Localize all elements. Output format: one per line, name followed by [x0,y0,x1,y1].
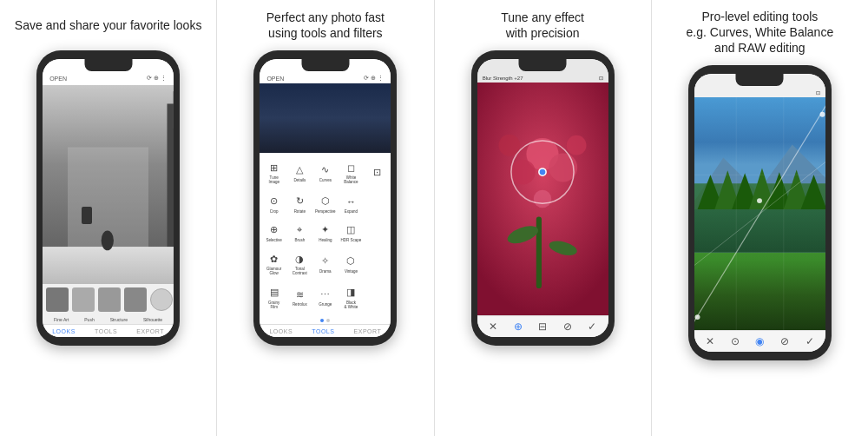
close-icon-4[interactable]: ✕ [706,335,714,347]
thumb-1[interactable] [46,287,69,312]
phone-screen-2: OPEN ⟳ ⊕ ⋮ ⊞ TuneImage △ Details ∿ Curve… [260,59,391,337]
target-icon[interactable]: ⊕ [514,320,523,333]
tool-vintage-label: Vintage [345,269,358,274]
layers-icon[interactable]: ⊘ [563,320,572,333]
tool-grunge[interactable]: ⋯ Grunge [313,281,339,314]
filter-fine-art: Fine Art [54,317,69,322]
sliders-icon[interactable]: ⊟ [538,320,547,333]
tool-extra5 [365,281,390,314]
compare-icon[interactable]: ⊡ [599,75,603,81]
tool-drama[interactable]: ✧ Drama [313,248,339,280]
screen1-tabs: LOOKS TOOLS EXPORT [43,324,174,337]
panel1-title: Save and share your favorite looks [15,9,202,42]
thumb-4[interactable] [124,287,147,312]
phone-frame-4: ⊡ [688,65,832,360]
glamour-icon: ✿ [267,252,281,266]
panel4-title: Pro-level editing toolse.g. Curves, Whit… [687,9,834,56]
svg-point-37 [694,314,700,320]
tab-looks-1[interactable]: LOOKS [52,328,76,334]
tab-export-1[interactable]: EXPORT [136,328,164,334]
tool-selective[interactable]: ⊕ Selective [261,219,286,247]
dark-image-2 [260,83,391,153]
grunge-icon: ⋯ [319,287,332,301]
bw-city-bg [43,85,174,284]
brush-icon: ⌖ [293,223,306,237]
phone-notch-3 [519,59,567,71]
flowers-svg [477,83,608,315]
details-icon: △ [293,163,306,177]
tool-curves-label: Curves [319,178,332,182]
target-icon-4[interactable]: ⊙ [731,335,740,347]
phone-frame-2: OPEN ⟳ ⊕ ⋮ ⊞ TuneImage △ Details ∿ Curve… [253,50,397,346]
open-label-2: OPEN [266,76,284,82]
screen2-tabs: LOOKS TOOLS EXPORT [260,324,391,337]
city-svg [43,85,174,284]
panel-save-share: Save and share your favorite looks OPEN … [0,0,217,436]
tool-glamour[interactable]: ✿ GlamourGlow [261,248,286,280]
thumb-2[interactable] [72,287,95,312]
tool-tune-image[interactable]: ⊞ TuneImage [261,156,286,188]
layers-icon-4[interactable]: ⊘ [780,335,789,347]
wb-icon: ◻ [344,161,358,175]
tool-grainy[interactable]: ▤ GrainyFilm [261,281,286,314]
tool-extra4 [365,248,390,280]
retrolux-icon: ≋ [293,287,306,301]
svg-point-10 [510,160,536,185]
tool-healing[interactable]: ✦ Healing [313,219,339,247]
svg-rect-3 [168,103,174,265]
thumb-3[interactable] [98,287,121,312]
check-icon-4[interactable]: ✓ [806,335,814,347]
close-icon-3[interactable]: ✕ [489,320,497,333]
selective-icon: ⊕ [267,223,281,237]
tool-tune-label: TuneImage [268,175,279,184]
phone-frame-1: OPEN ⟳ ⊕ ⋮ [36,50,180,346]
tool-details[interactable]: △ Details [287,156,312,188]
tool-perspective[interactable]: ⬡ Perspective [313,189,339,217]
tool-tonal-label: TonalContrast [293,267,307,275]
tool-retrolux[interactable]: ≋ Retrolux [287,281,312,314]
tool-drama-label: Drama [319,269,332,274]
tool-glamour-label: GlamourGlow [266,267,281,275]
tool-bw[interactable]: ◨ Black& White [339,281,364,314]
eye-icon-4[interactable]: ◉ [755,335,764,347]
tab-tools-2[interactable]: TOOLS [312,328,334,334]
tools-grid: ⊞ TuneImage △ Details ∿ Curves ◻ WhiteBa… [260,153,391,317]
perspective-icon: ⬡ [319,195,332,208]
hdr-icon: ◫ [344,223,358,237]
phone-screen-3: Blur Strength +27 ⊡ [477,59,608,337]
tool-hdr-label: HDR Scape [341,238,362,242]
check-icon[interactable]: ✓ [588,320,596,333]
panel2-title: Perfect any photo fastusing tools and fi… [266,9,385,42]
tool-crop[interactable]: ⊙ Crop [261,189,286,217]
curves-icon: ∿ [319,163,332,177]
svg-point-19 [538,168,545,175]
flowers-overlay [477,83,608,315]
compare-icon-4[interactable]: ⊡ [816,89,820,96]
tool-white-balance[interactable]: ◻ WhiteBalance [339,156,364,188]
tool-tonal[interactable]: ◑ TonalContrast [287,248,312,280]
phone-notch-1 [84,59,132,71]
bw-icon: ◨ [344,286,358,300]
tool-curves[interactable]: ∿ Curves [313,156,339,188]
tab-tools-1[interactable]: TOOLS [95,328,117,334]
phone-screen-1: OPEN ⟳ ⊕ ⋮ [43,59,174,337]
screen4-bottom: ✕ ⊙ ◉ ⊘ ✓ [694,330,825,352]
tool-expand[interactable]: ↔ Expand [339,189,364,217]
blur-label: Blur Strength +27 [483,76,523,81]
tab-looks-2[interactable]: LOOKS [269,328,293,334]
tool-brush[interactable]: ⌖ Brush [287,219,312,247]
tool-rotate[interactable]: ↻ Rotate [287,189,312,217]
tab-export-2[interactable]: EXPORT [354,328,382,334]
tool-expand-label: Expand [345,209,358,214]
page-dots [260,317,391,324]
vintage-icon: ⬡ [344,254,358,268]
thumb-circle[interactable] [150,288,173,311]
tool-hdr[interactable]: ◫ HDR Scape [339,219,364,247]
svg-point-39 [819,111,825,116]
thumbnails-row [43,284,174,315]
tool-vintage[interactable]: ⬡ Vintage [339,248,364,280]
dot-1 [320,319,324,322]
filter-structure: Structure [110,317,128,322]
grainy-icon: ▤ [267,286,281,300]
tool-extra2 [365,189,390,217]
